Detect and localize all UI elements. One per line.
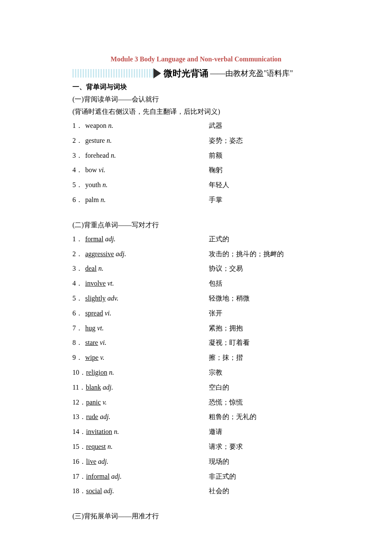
- vocab-number: 17．: [72, 471, 86, 483]
- vocab-pos: adj.: [105, 235, 115, 243]
- vocab-number: 2．: [72, 135, 85, 147]
- vocab-word: informal adj.: [86, 471, 122, 483]
- vocab-pos: n.: [107, 443, 112, 450]
- vocab-pos: v.: [100, 354, 104, 361]
- vocab-row: 3．forehead n.前额: [72, 150, 320, 162]
- vocab-left: 1．weapon n.: [72, 120, 209, 132]
- vocab-meaning: 紧抱；拥抱: [209, 322, 243, 335]
- vocab-number: 5．: [72, 292, 85, 305]
- vocab-row: 2．gesture n.姿势；姿态: [72, 135, 320, 147]
- vocab-word: wipe v.: [85, 352, 104, 364]
- vocab-pos: adj.: [116, 250, 126, 257]
- vocab-left: 6．spread vi.: [72, 307, 209, 320]
- vocab-row: 8．stare vi.凝视；盯着看: [72, 337, 320, 349]
- vocab-word: youth n.: [85, 179, 107, 191]
- vocab-pos: adj.: [100, 413, 110, 420]
- vocab-left: 4．involve vt.: [72, 278, 209, 290]
- banner-main-text: 微时光背诵: [164, 67, 208, 79]
- vocab-left: 14．invitation n.: [72, 426, 209, 438]
- vocab-left: 4．bow vi.: [72, 164, 209, 176]
- vocab-meaning: 正式的: [209, 233, 229, 246]
- vocab-word: bow vi.: [85, 164, 105, 176]
- vocab-meaning: 请求；要求: [209, 441, 243, 453]
- vocab-meaning: 空白的: [209, 382, 229, 394]
- vocab-left: 5．youth n.: [72, 179, 209, 191]
- vocab-row: 17．informal adj.非正式的: [72, 471, 320, 483]
- vocab-row: 14．invitation n.邀请: [72, 426, 320, 438]
- vocab-row: 4．bow vi.鞠躬: [72, 164, 320, 176]
- vocab-pos: n.: [107, 137, 112, 144]
- vocab-meaning: 现场的: [209, 456, 229, 468]
- vocab-number: 1．: [72, 233, 85, 246]
- vocab-meaning: 宗教: [209, 367, 222, 379]
- vocab-meaning: 攻击的；挑斗的；挑衅的: [209, 248, 284, 260]
- vocab-left: 17．informal adj.: [72, 471, 209, 483]
- vocab-pos: n.: [98, 265, 104, 272]
- vocab-left: 16．live adj.: [72, 456, 209, 468]
- vocab-pos: adv.: [107, 295, 118, 302]
- vocab-pos: adj.: [98, 458, 108, 465]
- vocab-left: 2．aggressive adj.: [72, 248, 209, 260]
- vocab-list-1: 1．weapon n.武器2．gesture n.姿势；姿态3．forehead…: [72, 120, 320, 206]
- vocab-word: formal adj.: [85, 233, 115, 246]
- vocab-number: 4．: [72, 164, 85, 176]
- vocab-row: 3．deal n.协议；交易: [72, 263, 320, 275]
- vocab-word: religion n.: [86, 367, 114, 379]
- vocab-meaning: 邀请: [209, 426, 222, 438]
- vocab-meaning: 粗鲁的；无礼的: [209, 411, 257, 423]
- section-1-3-heading: (三)背拓展单词——用准才行: [72, 512, 320, 521]
- vocab-word: social adj.: [86, 485, 114, 497]
- vocab-left: 9．wipe v.: [72, 352, 209, 364]
- vocab-meaning: 武器: [209, 120, 222, 132]
- page-container: Module 3 Body Language and Non-verbal Co…: [0, 0, 392, 555]
- vocab-word: involve vt.: [85, 278, 114, 290]
- vocab-number: 4．: [72, 278, 85, 290]
- vocab-meaning: 前额: [209, 150, 222, 162]
- vocab-word: invitation n.: [86, 426, 119, 438]
- vocab-number: 16．: [72, 456, 86, 468]
- vocab-meaning: 姿势；姿态: [209, 135, 243, 147]
- vocab-row: 5．slightly adv.轻微地；稍微: [72, 292, 320, 305]
- vocab-row: 15．request n.请求；要求: [72, 441, 320, 453]
- vocab-number: 5．: [72, 179, 85, 191]
- vocab-word: blank adj.: [86, 382, 113, 394]
- vocab-pos: v.: [103, 399, 107, 406]
- vocab-left: 11．blank adj.: [72, 382, 209, 394]
- vocab-meaning: 鞠躬: [209, 164, 222, 176]
- vocab-pos: n.: [102, 181, 107, 188]
- vocab-row: 5．youth n.年轻人: [72, 179, 320, 191]
- vocab-left: 12．panic v.: [72, 396, 209, 409]
- vocab-left: 2．gesture n.: [72, 135, 209, 147]
- vocab-pos: vt.: [97, 324, 104, 332]
- vocab-pos: adj.: [104, 487, 114, 494]
- vocab-meaning: 擦；抹；揩: [209, 352, 243, 364]
- vocab-number: 11．: [72, 382, 86, 394]
- vocab-meaning: 社会的: [209, 485, 229, 497]
- vocab-word: gesture n.: [85, 135, 112, 147]
- vocab-meaning: 恐慌；惊慌: [209, 396, 243, 409]
- vocab-left: 5．slightly adv.: [72, 292, 209, 305]
- vocab-row: 1．weapon n.武器: [72, 120, 320, 132]
- vocab-row: 2．aggressive adj.攻击的；挑斗的；挑衅的: [72, 248, 320, 260]
- vocab-number: 10．: [72, 367, 86, 379]
- vocab-word: weapon n.: [85, 120, 113, 132]
- vocab-word: request n.: [86, 441, 112, 453]
- vocab-number: 3．: [72, 263, 85, 275]
- vocab-row: 13．rude adj.粗鲁的；无礼的: [72, 411, 320, 423]
- vocab-row: 4．involve vt.包括: [72, 278, 320, 290]
- vocab-pos: vi.: [99, 166, 106, 173]
- vocab-left: 7．hug vt.: [72, 322, 209, 335]
- vocab-meaning: 协议；交易: [209, 263, 243, 275]
- vocab-word: panic v.: [86, 396, 107, 409]
- vocab-left: 3．deal n.: [72, 263, 209, 275]
- vocab-left: 3．forehead n.: [72, 150, 209, 162]
- section-1-1-heading: (一)背阅读单词——会认就行: [72, 95, 320, 104]
- vocab-row: 10．religion n.宗教: [72, 367, 320, 379]
- vocab-pos: n.: [114, 428, 119, 435]
- banner-decoration: [72, 69, 153, 78]
- vocab-number: 1．: [72, 120, 85, 132]
- section-1-heading: 一、背单词与词块: [72, 83, 320, 92]
- vocab-word: palm n.: [85, 194, 106, 206]
- vocab-meaning: 包括: [209, 278, 222, 290]
- vocab-meaning: 年轻人: [209, 179, 229, 191]
